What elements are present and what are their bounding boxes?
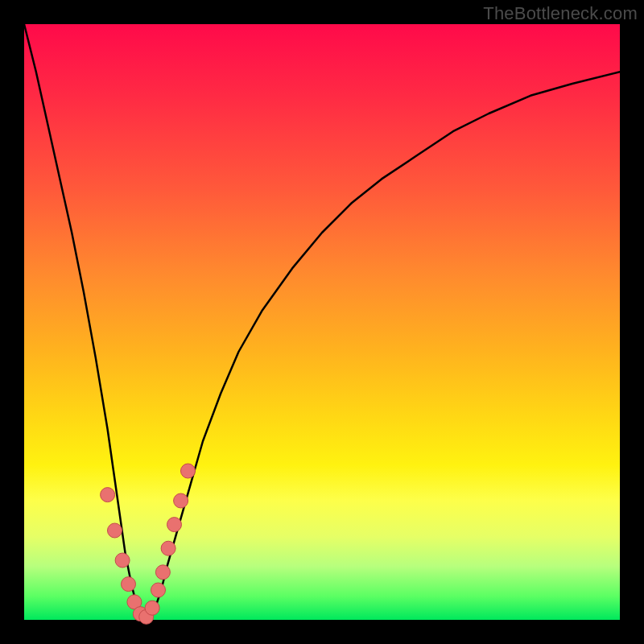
- chart-svg: [24, 24, 620, 620]
- data-marker: [122, 577, 136, 592]
- watermark-text: TheBottleneck.com: [483, 3, 638, 24]
- data-marker: [108, 523, 122, 538]
- data-marker: [151, 583, 166, 597]
- data-marker: [181, 464, 196, 478]
- data-marker: [101, 488, 115, 502]
- data-marker: [167, 518, 182, 532]
- data-marker: [155, 565, 170, 580]
- data-marker: [174, 493, 188, 508]
- data-marker: [115, 553, 130, 568]
- chart-frame: TheBottleneck.com: [0, 0, 644, 644]
- plot-area: [24, 24, 620, 620]
- data-marker: [161, 541, 175, 555]
- marker-layer: [101, 464, 196, 624]
- data-marker: [145, 601, 159, 615]
